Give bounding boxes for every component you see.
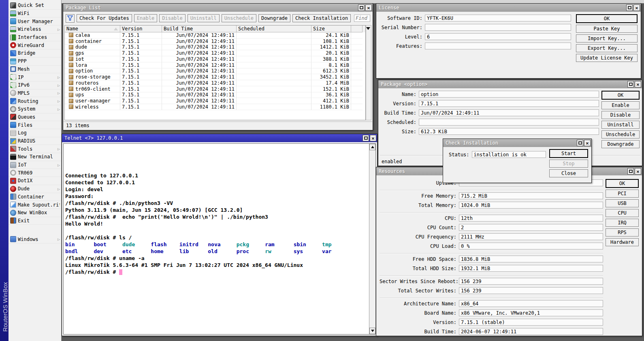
- sidebar-item-make-supout-rif[interactable]: Make Supout.rif: [9, 201, 61, 209]
- terminal-area[interactable]: Connecting to 127.0.0.1Connected to 127.…: [63, 143, 376, 335]
- check-installation-button[interactable]: Check Installation: [292, 14, 351, 22]
- free-memory-field[interactable]: 715.2 MiB: [459, 192, 603, 199]
- paste-key-button[interactable]: Paste Key: [576, 25, 638, 33]
- sidebar-item-windows[interactable]: Windows▷: [9, 235, 61, 243]
- disable-button[interactable]: Disable: [601, 111, 640, 119]
- sidebar-item-exit[interactable]: Exit: [9, 217, 61, 225]
- table-row[interactable]: ups7.15.1Jun/07/2024 12:49:1136.1 KiB: [65, 92, 365, 98]
- cpu-frequency-field[interactable]: 2111 MHz: [459, 233, 603, 240]
- table-row[interactable]: rose-storage7.15.1Jun/07/2024 12:49:1134…: [65, 74, 365, 80]
- telnet-titlebar[interactable]: Telnet <7> 127.0.0.1 ×: [62, 134, 377, 142]
- usb-button[interactable]: USB: [606, 199, 639, 207]
- sidebar-item-dot1x[interactable]: Dot1X: [9, 177, 61, 185]
- cpu-field[interactable]: 12th: [459, 215, 603, 222]
- column-header-build-time[interactable]: Build Time: [162, 26, 237, 32]
- package-list-titlebar[interactable]: Package List ×: [63, 4, 373, 12]
- total-sector-writes-field[interactable]: 156 239: [459, 287, 603, 294]
- close-icon[interactable]: ×: [635, 168, 641, 175]
- downgrade-button[interactable]: Downgrade: [601, 140, 640, 148]
- sidebar-item-routing[interactable]: Routing▷: [9, 97, 61, 105]
- import-key-button[interactable]: Import Key...: [576, 34, 638, 43]
- total-memory-field[interactable]: 1024.0 MiB: [459, 202, 603, 209]
- board-name-field[interactable]: x86 VMware, Inc. VMware20,1: [459, 309, 603, 316]
- table-row[interactable]: tr069-client7.15.1Jun/07/2024 12:49:1115…: [65, 86, 365, 92]
- close-icon[interactable]: ×: [633, 4, 640, 11]
- sidebar-item-mesh[interactable]: Mesh: [9, 66, 61, 74]
- table-row[interactable]: user-manager7.15.1Jun/07/2024 12:49:1141…: [65, 98, 365, 104]
- sector-writes-since-reboot-field[interactable]: 156 239: [459, 278, 603, 285]
- version-field[interactable]: 7.15.1: [419, 100, 599, 107]
- table-row[interactable]: routeros7.15.1Jun/07/2024 12:49:1117.4 M…: [65, 80, 365, 86]
- size-field[interactable]: 612.3 KiB: [419, 128, 599, 135]
- sidebar-item-mpls[interactable]: MPLS▷: [9, 90, 61, 98]
- maximize-icon[interactable]: [627, 81, 634, 87]
- unschedule-button[interactable]: Unschedule: [601, 130, 640, 139]
- package-option-titlebar[interactable]: Package <option> ×: [378, 80, 642, 88]
- maximize-icon[interactable]: [627, 168, 634, 175]
- downgrade-button[interactable]: Downgrade: [258, 14, 290, 22]
- sidebar-item-new-terminal[interactable]: New Terminal: [9, 153, 61, 161]
- free-hdd-space-field[interactable]: 1836.8 MiB: [459, 256, 603, 262]
- irq-button[interactable]: IRQ: [606, 219, 639, 227]
- column-header-scheduled[interactable]: Scheduled: [237, 26, 311, 32]
- table-row[interactable]: wireless7.15.1Jun/07/2024 12:49:111180.1…: [65, 104, 365, 110]
- maximize-icon[interactable]: [363, 135, 369, 141]
- license-titlebar[interactable]: License ×: [376, 4, 641, 12]
- sidebar-item-user-manager[interactable]: User Manager: [9, 17, 61, 26]
- sidebar-item-iot[interactable]: IoT▷: [9, 161, 61, 169]
- column-header-version[interactable]: Version: [120, 26, 162, 32]
- table-row[interactable]: gps7.15.1Jun/07/2024 12:49:1120.1 KiB: [65, 50, 365, 56]
- close-icon[interactable]: ×: [370, 135, 376, 141]
- update-license-key-button[interactable]: Update License Key: [576, 54, 638, 62]
- sidebar-item-radius[interactable]: RADIUS: [9, 137, 61, 145]
- sidebar-item-wireless[interactable]: Wireless▷: [9, 26, 61, 34]
- sidebar-item-quick-set[interactable]: Quick Set: [9, 2, 61, 10]
- cpu-button[interactable]: CPU: [606, 209, 639, 217]
- cpu-count-field[interactable]: 2: [459, 224, 603, 231]
- sidebar-item-ip[interactable]: IP▷: [9, 73, 61, 81]
- sidebar-item-tr069[interactable]: TR069: [9, 169, 61, 177]
- filter-button[interactable]: [66, 14, 75, 23]
- sidebar-item-interfaces[interactable]: Interfaces: [9, 34, 61, 42]
- version-field[interactable]: 7.15.1 (stable): [459, 319, 603, 326]
- build-time-field[interactable]: 2024-06-07 12:49:11: [459, 328, 603, 335]
- sidebar-item-ppp[interactable]: PPP: [9, 58, 61, 66]
- sidebar-item-container[interactable]: Container: [9, 193, 61, 201]
- sidebar-item-log[interactable]: Log: [9, 129, 61, 137]
- sidebar-item-new-winbox[interactable]: New WinBox: [9, 209, 61, 217]
- serial-number-field[interactable]: [425, 24, 571, 31]
- table-row[interactable]: container7.15.1Jun/07/2024 12:49:11108.1…: [65, 38, 365, 45]
- terminal-scrollbar[interactable]: [369, 144, 375, 334]
- status-field[interactable]: installation is ok: [472, 151, 546, 158]
- sidebar-item-wireguard[interactable]: WireGuard: [9, 41, 61, 49]
- build-time-field[interactable]: Jun/07/2024 12:49:11: [419, 109, 599, 116]
- scheduled-field[interactable]: [419, 119, 599, 126]
- ok-button[interactable]: OK: [606, 179, 639, 188]
- column-menu-button[interactable]: [365, 26, 371, 32]
- level-field[interactable]: 6: [425, 33, 571, 40]
- table-row[interactable]: iot7.15.1Jun/07/2024 12:49:11388.1 KiB: [65, 56, 365, 62]
- table-row[interactable]: calea7.15.1Jun/07/2024 12:49:1124.1 KiB: [65, 32, 365, 38]
- sidebar-item-wifi[interactable]: WiFi: [9, 10, 61, 18]
- check-installation-titlebar[interactable]: Check Installation ×: [443, 139, 591, 147]
- software-id-field[interactable]: YFTK-EK6U: [425, 15, 571, 21]
- architecture-name-field[interactable]: x86_64: [459, 300, 603, 307]
- find-input[interactable]: [354, 15, 370, 22]
- ok-button[interactable]: OK: [576, 14, 638, 23]
- close-icon[interactable]: ×: [584, 140, 591, 146]
- table-row[interactable]: lora7.15.1Jun/07/2024 12:49:118.1 KiB: [65, 62, 365, 68]
- close-icon[interactable]: ×: [365, 4, 372, 11]
- maximize-icon[interactable]: [577, 140, 583, 146]
- close-icon[interactable]: ×: [635, 81, 641, 87]
- package-table-scrollbar[interactable]: [366, 25, 371, 120]
- close-button[interactable]: Close: [549, 169, 588, 177]
- sidebar-item-ipv6[interactable]: IPv6▷: [9, 81, 61, 90]
- table-row[interactable]: dude7.15.1Jun/07/2024 12:49:111412.1 KiB: [65, 45, 365, 51]
- scroll-down-icon[interactable]: [369, 328, 375, 334]
- hardware-button[interactable]: Hardware: [606, 238, 639, 246]
- maximize-icon[interactable]: [626, 4, 633, 11]
- rps-button[interactable]: RPS: [606, 228, 639, 237]
- ok-button[interactable]: OK: [601, 91, 640, 100]
- sidebar-item-bridge[interactable]: Bridge: [9, 49, 61, 58]
- sidebar-item-files[interactable]: Files: [9, 121, 61, 129]
